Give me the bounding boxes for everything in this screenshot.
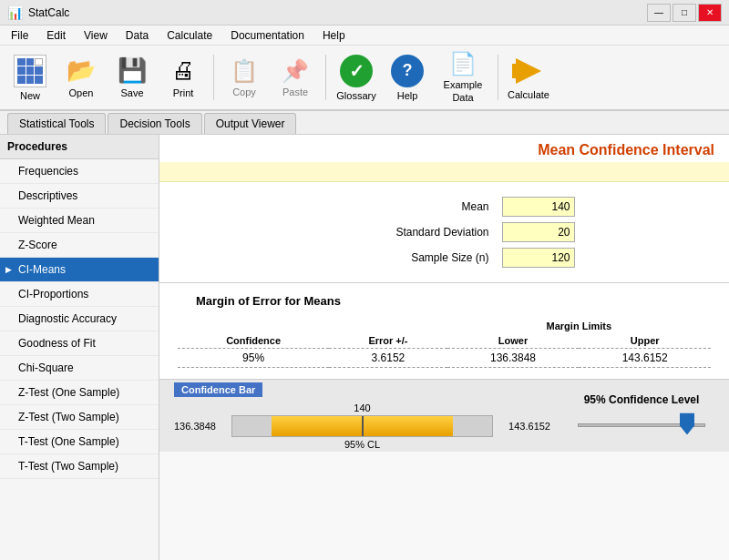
main-area: Procedures Frequencies Descriptives Weig… (0, 135, 729, 560)
std-dev-label: Standard Deviation (314, 222, 497, 242)
toolbar-sep-1 (213, 55, 214, 100)
app-title: StatCalc (28, 6, 647, 19)
sidebar-item-diagnostic-accuracy[interactable]: Diagnostic Accuracy (0, 307, 159, 331)
col-lower: Lower (447, 333, 580, 349)
sample-size-input[interactable] (502, 248, 575, 268)
sidebar-item-descriptives[interactable]: Descriptives (0, 184, 159, 209)
menu-file[interactable]: File (4, 27, 36, 44)
mean-input[interactable] (502, 197, 575, 217)
exdata-label: Example Data (436, 79, 489, 103)
save-button[interactable]: 💾 Save (109, 49, 155, 106)
open-button[interactable]: 📂 Open (58, 49, 104, 106)
sidebar-item-ci-means[interactable]: CI-Means (0, 258, 159, 282)
new-icon (14, 55, 46, 87)
col-confidence-header (178, 319, 329, 333)
toolbar-sep-3 (498, 55, 498, 100)
results-title: Margin of Error for Means (178, 294, 711, 308)
calculate-icon (510, 56, 547, 87)
cb-slider-thumb[interactable] (680, 412, 694, 437)
sidebar-item-goodness-of-fit[interactable]: Goodness of Fit (0, 331, 159, 356)
col-error: Error +/- (329, 333, 447, 349)
result-confidence: 95% (178, 349, 329, 368)
menu-documentation[interactable]: Documentation (223, 27, 312, 44)
menu-calculate[interactable]: Calculate (159, 27, 220, 44)
sidebar-item-chi-square[interactable]: Chi-Square (0, 356, 159, 381)
input-section: Mean Standard Deviation Sample Size (n) (159, 182, 729, 283)
results-table: Margin Limits Confidence Error +/- Lower… (178, 319, 711, 368)
result-error: 3.6152 (329, 349, 447, 368)
col-confidence: Confidence (178, 333, 329, 349)
app-icon: 📊 (7, 5, 23, 20)
tab-statistical[interactable]: Statistical Tools (7, 113, 106, 134)
save-icon: 💾 (118, 56, 147, 85)
minimize-button[interactable]: — (647, 4, 671, 22)
table-row: 95% 3.6152 136.3848 143.6152 (178, 349, 711, 368)
cb-lower-value: 136.3848 (174, 421, 224, 432)
maximize-button[interactable]: □ (673, 4, 696, 22)
menu-help[interactable]: Help (315, 27, 353, 44)
print-label: Print (173, 87, 194, 98)
confidence-bar-section: Confidence Bar 140 136.3848 143.6152 95%… (159, 379, 729, 452)
input-grid: Mean Standard Deviation Sample Size (n) (262, 197, 627, 268)
yellow-header (159, 162, 729, 182)
help-label: Help (397, 90, 418, 101)
std-dev-input[interactable] (502, 222, 575, 242)
tab-output[interactable]: Output Viewer (204, 113, 297, 134)
col-error-header (329, 319, 447, 333)
open-icon: 📂 (67, 56, 96, 85)
glossary-label: Glossary (336, 90, 375, 101)
example-data-button[interactable]: 📄 Example Data (436, 49, 490, 106)
sidebar-list: Frequencies Descriptives Weighted Mean Z… (0, 159, 159, 559)
calculate-label: Calculate (508, 89, 549, 100)
glossary-button[interactable]: ✓ Glossary (334, 49, 379, 106)
exdata-icon: 📄 (449, 51, 477, 76)
toolbar-sep-2 (325, 55, 326, 100)
tab-decision[interactable]: Decision Tools (108, 113, 201, 134)
cb-bar-container: 136.3848 143.6152 (174, 415, 550, 437)
paste-label: Paste (282, 87, 308, 97)
content-panel: Mean Confidence Interval Mean Standard D… (159, 135, 729, 560)
tab-bar: Statistical Tools Decision Tools Output … (0, 111, 729, 135)
sidebar-item-ztest-two[interactable]: Z-Test (Two Sample) (0, 405, 159, 430)
menu-view[interactable]: View (77, 27, 115, 44)
sidebar-item-zscore[interactable]: Z-Score (0, 233, 159, 258)
copy-icon: 📋 (231, 58, 258, 84)
cb-confidence-level-label: 95% Confidence Level (584, 393, 700, 406)
menu-edit[interactable]: Edit (39, 27, 73, 44)
sidebar-item-ci-proportions[interactable]: CI-Proportions (0, 282, 159, 307)
cb-label: Confidence Bar (174, 382, 262, 397)
sidebar-item-frequencies[interactable]: Frequencies (0, 159, 159, 184)
sidebar-item-weighted-mean[interactable]: Weighted Mean (0, 209, 159, 233)
copy-button[interactable]: 📋 Copy (221, 49, 267, 106)
sample-size-label: Sample Size (n) (314, 248, 497, 268)
cb-bar (231, 415, 493, 437)
col-upper: Upper (579, 333, 711, 349)
menu-data[interactable]: Data (118, 27, 156, 44)
paste-button[interactable]: 📌 Paste (272, 49, 318, 106)
results-section: Margin of Error for Means Margin Limits … (159, 283, 729, 379)
sidebar: Procedures Frequencies Descriptives Weig… (0, 135, 159, 560)
new-button[interactable]: New (7, 49, 53, 106)
new-label: New (20, 90, 40, 101)
sidebar-item-ttest-two[interactable]: T-Test (Two Sample) (0, 454, 159, 479)
sidebar-item-ttest-one[interactable]: T-Test (One Sample) (0, 430, 159, 454)
result-upper: 143.6152 (579, 349, 711, 368)
toolbar: New 📂 Open 💾 Save 🖨 Print 📋 Copy 📌 Paste… (0, 46, 729, 111)
calculate-button[interactable]: Calculate (506, 49, 551, 106)
paste-icon: 📌 (282, 58, 309, 84)
margin-limits-header: Margin Limits (447, 319, 711, 333)
print-icon: 🖨 (171, 56, 195, 85)
content-title: Mean Confidence Interval (159, 135, 729, 162)
print-button[interactable]: 🖨 Print (160, 49, 206, 106)
result-lower: 136.3848 (447, 349, 580, 368)
cb-left: Confidence Bar 140 136.3848 143.6152 95%… (174, 382, 550, 450)
sidebar-item-ztest-one[interactable]: Z-Test (One Sample) (0, 381, 159, 405)
open-label: Open (69, 87, 94, 98)
glossary-icon: ✓ (340, 55, 373, 87)
mean-label: Mean (314, 197, 497, 217)
close-button[interactable]: ✕ (698, 4, 722, 22)
help-button[interactable]: ? Help (385, 49, 430, 106)
cb-label-row: Confidence Bar (174, 382, 550, 397)
cb-right: 95% Confidence Level (569, 393, 714, 439)
help-icon: ? (391, 55, 424, 87)
